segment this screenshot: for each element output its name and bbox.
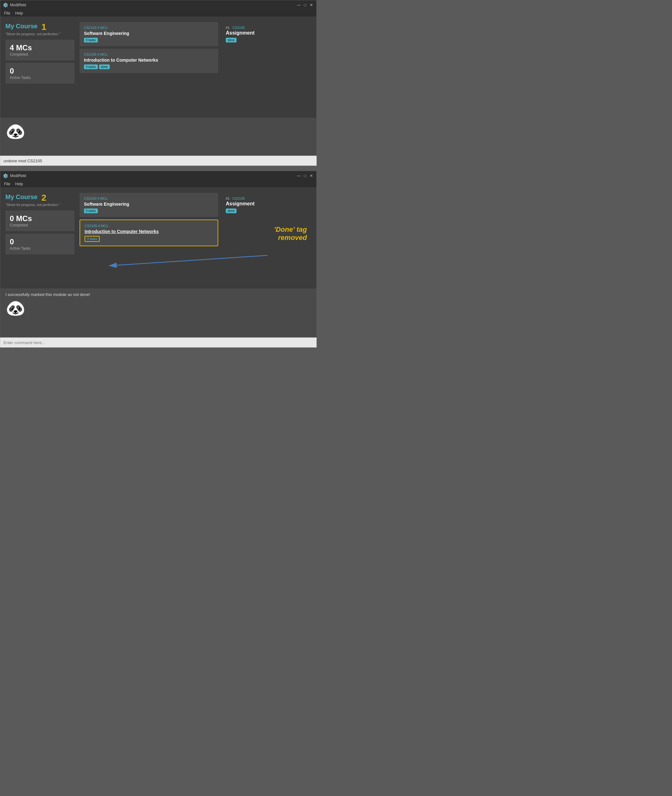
sidebar-2: My Course 2 "Strive for progress, not pe… xyxy=(5,193,75,283)
assignment-tag-row-1: done xyxy=(226,38,311,42)
success-message: I successfully marked this module as not… xyxy=(5,292,311,297)
window-number-1: 1 xyxy=(42,22,46,32)
assignment-done-tag-2: done xyxy=(226,208,237,213)
course-name-cn-1: Introduction to Computer Networks xyxy=(84,58,214,62)
sidebar-header-2: My Course 2 xyxy=(5,193,75,203)
main-content-2: My Course 2 "Strive for progress, not pe… xyxy=(0,188,316,288)
window-number-2: 2 xyxy=(42,193,46,203)
main-content-1: My Course 1 "Strive for progress, not pe… xyxy=(0,17,316,118)
assignment-done-tag-1: done xyxy=(226,38,237,42)
menu-file-2[interactable]: File xyxy=(2,181,13,187)
assignment-panel-2: #1 CS2105 Assignment done xyxy=(223,193,311,283)
tasks-number-1: 0 xyxy=(10,67,70,75)
menu-bar-1: File Help xyxy=(0,10,316,17)
main-with-annotation: My Course 2 "Strive for progress, not pe… xyxy=(0,188,316,288)
assignment-title-1: Assignment xyxy=(226,30,311,36)
mcs-card-1: 4 MCs Completed xyxy=(5,40,75,60)
title-bar-title-1: ModtRekt xyxy=(10,3,26,7)
course-meta-se-1: CS2103 4 MCs xyxy=(84,26,214,30)
minimize-button-2[interactable]: — xyxy=(296,173,301,178)
title-bar-title-2: ModtRekt xyxy=(10,174,26,178)
tasks-tag-cn-1: 0 tasks xyxy=(84,64,98,69)
tasks-label-2: Active Tasks xyxy=(10,246,70,251)
tag-row-cn-2: 0 tasks xyxy=(85,236,213,242)
done-tag-cn-1: done xyxy=(99,64,110,69)
success-area: I successfully marked this module as not… xyxy=(0,288,316,318)
course-card-cn-2[interactable]: CS2105 4 MCs Introduction to Computer Ne… xyxy=(80,219,218,246)
snorlax-2: 🐼 xyxy=(5,300,26,316)
tasks-tag-se-1: 0 tasks xyxy=(84,38,98,42)
menu-file-1[interactable]: File xyxy=(2,10,13,16)
title-bar-controls-1: — □ ✕ xyxy=(296,3,314,8)
menu-help-2[interactable]: Help xyxy=(13,181,26,187)
tasks-label-1: Active Tasks xyxy=(10,75,70,80)
bottom-padding xyxy=(0,318,316,337)
tasks-card-2: 0 Active Tasks xyxy=(5,234,75,255)
tag-row-se-2: 0 tasks xyxy=(84,208,214,213)
assignment-num-1: #1 xyxy=(226,26,230,30)
assignment-code-1: CS2105 xyxy=(232,26,245,30)
tasks-number-2: 0 xyxy=(10,237,70,246)
course-name-cn-2: Introduction to Computer Networks xyxy=(85,229,213,234)
maximize-button-2[interactable]: □ xyxy=(302,173,307,178)
title-bar-controls-2: — □ ✕ xyxy=(296,173,314,178)
assignment-tag-row-2: done xyxy=(226,208,311,213)
course-list-1: CS2103 4 MCs Software Engineering 0 task… xyxy=(80,22,218,112)
course-meta-cn-2: CS2105 4 MCs xyxy=(85,224,213,228)
course-card-se-2[interactable]: CS2103 4 MCs Software Engineering 0 task… xyxy=(80,193,218,217)
app-icon-2: ⚙️ xyxy=(3,173,8,178)
app-icon-1: ⚙️ xyxy=(3,3,8,8)
mcs-card-2: 0 MCs Completed xyxy=(5,210,75,231)
gap xyxy=(0,166,317,171)
snorlax-row-2: 🐼 xyxy=(5,300,311,318)
course-name-se-1: Software Engineering xyxy=(84,31,214,36)
course-meta-cn-1: CS2105 4 MCs xyxy=(84,53,214,56)
my-course-title-1: My Course xyxy=(5,22,37,30)
course-name-se-2: Software Engineering xyxy=(84,202,214,207)
assignment-meta-2: #1 CS2105 xyxy=(226,195,311,201)
sidebar-quote-1: "Strive for progress, not perfection." xyxy=(5,32,75,36)
assignment-title-2: Assignment xyxy=(226,201,311,207)
command-input-1[interactable] xyxy=(3,159,313,163)
course-meta-se-2: CS2103 4 MCs xyxy=(84,197,214,200)
title-bar-1: ⚙️ ModtRekt — □ ✕ xyxy=(0,0,316,10)
window-2: ⚙️ ModtRekt — □ ✕ File Help My Course 2 … xyxy=(0,171,317,338)
tasks-tag-se-2: 0 tasks xyxy=(84,208,98,213)
sidebar-header-1: My Course 1 xyxy=(5,22,75,32)
tag-row-se-1: 0 tasks xyxy=(84,38,214,42)
window-1: ⚙️ ModtRekt — □ ✕ File Help My Course 1 … xyxy=(0,0,317,156)
assignment-meta-1: #1 CS2105 xyxy=(226,24,311,30)
annotation-area-1: 🐼 xyxy=(0,118,316,155)
close-button-1[interactable]: ✕ xyxy=(309,3,314,8)
my-course-title-2: My Course xyxy=(5,194,37,200)
command-bar-1[interactable] xyxy=(0,156,317,166)
assignment-panel-1: #1 CS2105 Assignment done xyxy=(223,22,311,112)
title-bar-left-2: ⚙️ ModtRekt xyxy=(3,173,26,178)
close-button-2[interactable]: ✕ xyxy=(309,173,314,178)
menu-bar-2: File Help xyxy=(0,181,316,188)
command-input-2[interactable] xyxy=(3,340,313,345)
assignment-code-2: CS2105 xyxy=(232,197,245,200)
mcs-label-1: Completed xyxy=(10,52,70,57)
mcs-number-2: 0 MCs xyxy=(10,214,70,223)
tasks-card-1: 0 Active Tasks xyxy=(5,63,75,84)
command-bar-2[interactable] xyxy=(0,338,317,348)
maximize-button-1[interactable]: □ xyxy=(302,3,307,8)
tasks-tag-cn-2: 0 tasks xyxy=(85,236,100,242)
title-bar-left-1: ⚙️ ModtRekt xyxy=(3,3,26,8)
tag-row-cn-1: 0 tasks done xyxy=(84,64,214,69)
snorlax-1: 🐼 xyxy=(5,123,26,139)
course-card-se-1[interactable]: CS2103 4 MCs Software Engineering 0 task… xyxy=(80,22,218,46)
mcs-number-1: 4 MCs xyxy=(10,43,70,52)
sidebar-1: My Course 1 "Strive for progress, not pe… xyxy=(5,22,75,112)
mcs-label-2: Completed xyxy=(10,223,70,227)
minimize-button-1[interactable]: — xyxy=(296,3,301,8)
menu-help-1[interactable]: Help xyxy=(13,10,26,16)
course-card-cn-1[interactable]: CS2105 4 MCs Introduction to Computer Ne… xyxy=(80,49,218,73)
assignment-num-2: #1 xyxy=(226,197,230,200)
sidebar-quote-2: "Strive for progress, not perfection." xyxy=(5,203,75,207)
title-bar-2: ⚙️ ModtRekt — □ ✕ xyxy=(0,171,316,181)
course-list-2: CS2103 4 MCs Software Engineering 0 task… xyxy=(80,193,218,283)
